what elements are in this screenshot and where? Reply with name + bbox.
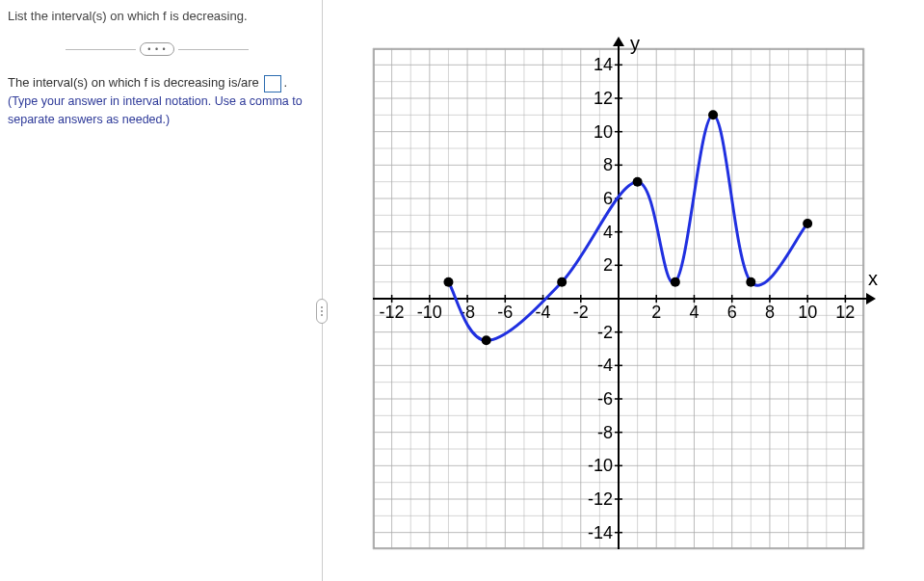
svg-marker-60 [866, 293, 876, 304]
svg-text:4: 4 [603, 223, 613, 242]
svg-text:-10: -10 [417, 303, 442, 322]
answer-suffix: . [283, 75, 287, 90]
svg-text:-2: -2 [597, 323, 613, 342]
svg-point-119 [557, 277, 567, 287]
question-text: List the interval(s) on which f is decre… [8, 8, 306, 25]
svg-text:-10: -10 [588, 456, 613, 475]
answer-block: The interval(s) on which f is decreasing… [8, 73, 306, 128]
svg-point-118 [482, 335, 491, 345]
svg-marker-62 [613, 37, 624, 46]
svg-point-117 [443, 277, 453, 287]
svg-text:-8: -8 [597, 423, 613, 442]
svg-text:2: 2 [651, 303, 661, 322]
panel-resize-handle[interactable] [316, 299, 328, 324]
svg-point-124 [803, 219, 812, 228]
expand-pill[interactable]: • • • [140, 42, 173, 56]
answer-hint: (Type your answer in interval notation. … [8, 92, 306, 129]
svg-text:-2: -2 [573, 303, 589, 322]
svg-text:-14: -14 [588, 523, 613, 542]
svg-text:2: 2 [603, 255, 613, 275]
svg-text:6: 6 [727, 303, 737, 322]
chart-container: -12-10-8-6-4-224681012-14-12-10-8-6-4-22… [354, 29, 893, 568]
svg-text:-6: -6 [597, 389, 613, 409]
svg-point-120 [633, 177, 643, 187]
answer-prompt: The interval(s) on which f is decreasing… [8, 75, 259, 90]
svg-point-121 [671, 277, 680, 287]
svg-text:-12: -12 [380, 303, 405, 322]
svg-text:12: 12 [594, 89, 613, 108]
chart-panel: -12-10-8-6-4-224681012-14-12-10-8-6-4-22… [323, 0, 924, 581]
divider: • • • [66, 42, 249, 56]
svg-text:14: 14 [594, 55, 613, 74]
svg-text:-4: -4 [597, 356, 613, 375]
svg-point-122 [708, 110, 718, 119]
chart-svg: -12-10-8-6-4-224681012-14-12-10-8-6-4-22… [354, 29, 893, 568]
svg-text:4: 4 [689, 303, 699, 322]
svg-text:-6: -6 [497, 303, 513, 322]
divider-line-right [178, 49, 249, 50]
divider-line-left [66, 49, 136, 50]
svg-text:10: 10 [798, 303, 817, 322]
svg-text:8: 8 [603, 155, 613, 174]
svg-text:-12: -12 [588, 489, 613, 509]
svg-text:8: 8 [765, 303, 775, 322]
question-panel: List the interval(s) on which f is decre… [0, 0, 323, 581]
svg-point-123 [746, 277, 755, 287]
svg-text:12: 12 [835, 303, 855, 322]
svg-text:x: x [868, 268, 878, 289]
svg-text:10: 10 [594, 122, 613, 142]
answer-input[interactable] [264, 75, 281, 92]
svg-text:y: y [630, 33, 640, 54]
